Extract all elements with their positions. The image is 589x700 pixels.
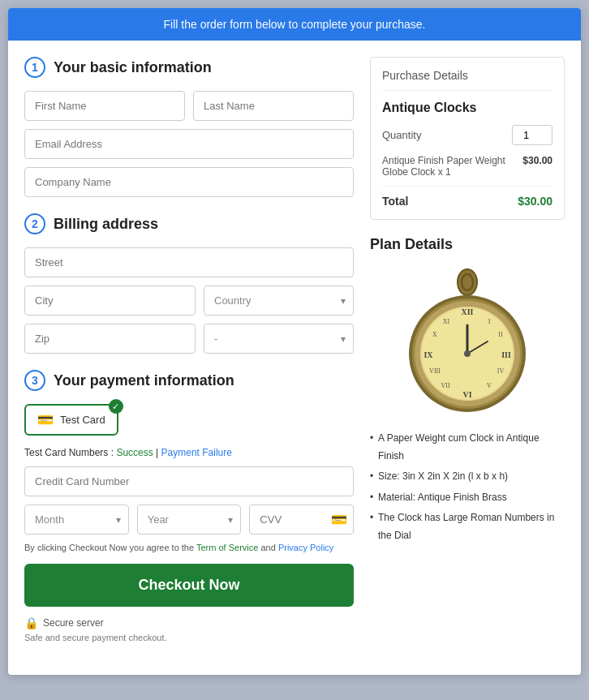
email-input[interactable] [24, 129, 354, 159]
product-features: A Paper Weight cum Clock in Antique Fini… [370, 430, 565, 545]
basic-info-heading: 1 Your basic information [24, 57, 354, 78]
svg-text:IX: IX [423, 350, 433, 359]
city-country-row: Country ▾ [24, 286, 354, 316]
zip-state-row: - ▾ [24, 324, 354, 354]
section-3-number: 3 [24, 370, 45, 391]
svg-text:II: II [498, 331, 503, 338]
country-select[interactable]: Country [204, 286, 354, 316]
billing-title: Billing address [54, 216, 158, 233]
quantity-row: Quantity [382, 125, 552, 145]
safe-text: Safe and secure payment checkout. [24, 633, 354, 642]
section-2-number: 2 [24, 213, 45, 234]
basic-info-section: 1 Your basic information [24, 57, 354, 197]
svg-text:XI: XI [443, 318, 450, 325]
main-content: 1 Your basic information 2 Billi [8, 41, 581, 675]
payment-title: Your payment information [54, 372, 234, 389]
product-name: Antique Clocks [382, 101, 552, 115]
svg-text:III: III [501, 350, 511, 359]
secure-label: Secure server [43, 617, 104, 629]
city-input[interactable] [24, 286, 196, 316]
year-wrapper: Year 202420252026 202720282029 ▾ [137, 505, 242, 535]
total-row: Total $30.00 [382, 186, 552, 208]
street-input[interactable] [24, 247, 354, 277]
svg-text:VII: VII [441, 382, 449, 389]
privacy-link[interactable]: Privacy Policy [278, 543, 333, 552]
product-line-name: Antique Finish Paper Weight Globe Clock … [382, 155, 522, 178]
card-label: Test Card [60, 414, 105, 426]
name-row [24, 91, 354, 121]
feature-4: The Clock has Large Roman Numbers in the… [370, 509, 565, 544]
product-line: Antique Finish Paper Weight Globe Clock … [382, 155, 552, 178]
test-card-info: Test Card Numbers : Success | Payment Fa… [24, 447, 354, 458]
and-text: and [260, 543, 275, 552]
card-icon: 💳 [37, 412, 54, 427]
billing-section: 2 Billing address Country ▾ [24, 213, 354, 354]
success-link[interactable]: Success [116, 447, 153, 458]
test-card-button[interactable]: 💳 Test Card ✓ [24, 404, 118, 436]
payment-heading: 3 Your payment information [24, 370, 354, 391]
terms-prefix: By clicking Checkout Now you agree to th… [24, 543, 194, 552]
svg-text:V: V [487, 382, 492, 389]
payment-section: 3 Your payment information 💳 Test Card ✓… [24, 370, 354, 642]
email-row [24, 129, 354, 159]
svg-text:I: I [488, 318, 491, 325]
purchase-details-title: Purchase Details [382, 69, 552, 91]
month-wrapper: Month 010203 040506 070809 101112 ▾ [24, 505, 129, 535]
purchase-details-box: Purchase Details Antique Clocks Quantity… [370, 57, 565, 220]
total-price: $30.00 [518, 195, 552, 208]
failure-link[interactable]: Payment Failure [161, 447, 232, 458]
month-select[interactable]: Month 010203 040506 070809 101112 [24, 505, 129, 535]
billing-heading: 2 Billing address [24, 213, 354, 234]
year-select[interactable]: Year 202420252026 202720282029 [137, 505, 242, 535]
terms-link[interactable]: Term of Service [196, 543, 258, 552]
svg-text:IV: IV [497, 367, 505, 375]
feature-1: A Paper Weight cum Clock in Antique Fini… [370, 430, 565, 465]
zip-input[interactable] [24, 324, 196, 354]
svg-text:VIII: VIII [429, 367, 441, 375]
svg-point-21 [464, 350, 471, 357]
terms-text: By clicking Checkout Now you agree to th… [24, 543, 354, 552]
clock-image: XII III VI IX I II IV V VII VIII X XI [402, 264, 532, 419]
plan-details-section: Plan Details XII [370, 236, 565, 545]
last-name-input[interactable] [193, 91, 354, 121]
quantity-input[interactable] [512, 125, 552, 145]
basic-info-title: Your basic information [54, 59, 212, 76]
cc-row [24, 466, 354, 496]
state-select[interactable]: - [204, 324, 354, 354]
product-line-price: $30.00 [522, 155, 552, 178]
section-1-number: 1 [24, 57, 45, 78]
banner-text: Fill the order form below to complete yo… [164, 18, 426, 31]
country-wrapper: Country ▾ [204, 286, 354, 316]
cvv-wrapper: 💳 [249, 505, 354, 535]
svg-text:X: X [432, 331, 437, 338]
credit-card-input[interactable] [24, 466, 354, 496]
first-name-input[interactable] [24, 91, 185, 121]
top-banner: Fill the order form below to complete yo… [8, 8, 581, 41]
page-wrapper: Fill the order form below to complete yo… [8, 8, 581, 675]
company-input[interactable] [24, 167, 354, 197]
secure-row: 🔒 Secure server [24, 616, 354, 629]
feature-2: Size: 3in X 2in X 2in (l x b x h) [370, 468, 565, 486]
state-wrapper: - ▾ [204, 324, 354, 354]
expiry-cvv-row: Month 010203 040506 070809 101112 ▾ Year… [24, 505, 354, 535]
street-row [24, 247, 354, 277]
total-label: Total [382, 195, 408, 208]
left-column: 1 Your basic information 2 Billi [24, 57, 354, 659]
feature-3: Material: Antique Finish Brass [370, 489, 565, 507]
quantity-label: Quantity [382, 129, 421, 141]
checkout-button[interactable]: Checkout Now [24, 564, 354, 607]
svg-text:VI: VI [462, 390, 471, 399]
lock-icon: 🔒 [24, 616, 38, 629]
company-row [24, 167, 354, 197]
cvv-card-icon: 💳 [331, 512, 347, 527]
svg-text:XII: XII [461, 307, 473, 316]
plan-details-title: Plan Details [370, 236, 565, 253]
check-badge-icon: ✓ [109, 399, 123, 414]
test-card-prefix: Test Card Numbers : [24, 447, 116, 458]
right-column: Purchase Details Antique Clocks Quantity… [370, 57, 565, 659]
payment-card-options: 💳 Test Card ✓ [24, 404, 354, 436]
